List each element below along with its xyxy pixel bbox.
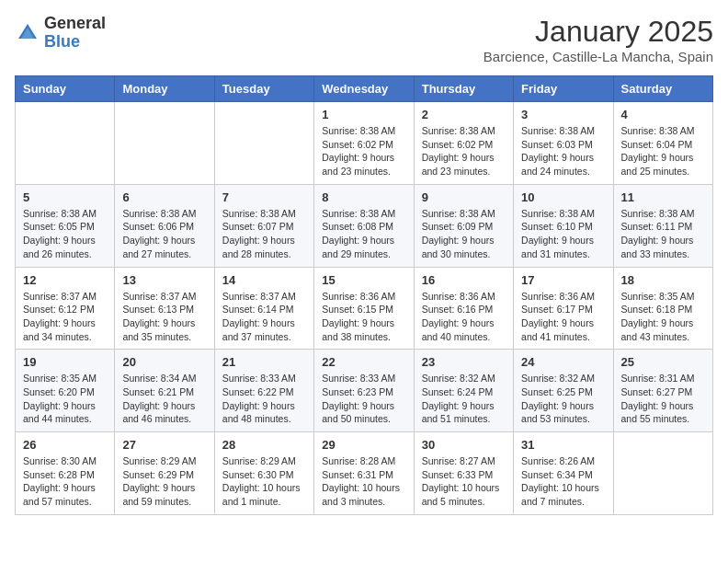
day-detail: Sunrise: 8:37 AMSunset: 6:13 PMDaylight:… — [122, 290, 206, 344]
calendar-cell: 24Sunrise: 8:32 AMSunset: 6:25 PMDayligh… — [514, 350, 613, 432]
day-number: 13 — [122, 273, 206, 287]
logo: General Blue — [15, 15, 106, 52]
weekday-sunday: Sunday — [16, 76, 115, 102]
calendar-cell: 8Sunrise: 8:38 AMSunset: 6:08 PMDaylight… — [314, 184, 414, 267]
day-number: 20 — [122, 355, 206, 369]
weekday-header-row: SundayMondayTuesdayWednesdayThursdayFrid… — [16, 76, 713, 102]
day-number: 1 — [322, 108, 405, 121]
calendar-cell — [115, 102, 214, 185]
calendar-cell: 26Sunrise: 8:30 AMSunset: 6:28 PMDayligh… — [16, 432, 115, 515]
calendar-cell: 30Sunrise: 8:27 AMSunset: 6:33 PMDayligh… — [414, 432, 513, 515]
day-detail: Sunrise: 8:38 AMSunset: 6:06 PMDaylight:… — [122, 207, 206, 261]
calendar-cell: 3Sunrise: 8:38 AMSunset: 6:03 PMDaylight… — [514, 102, 613, 185]
day-number: 19 — [23, 355, 107, 369]
calendar-cell: 21Sunrise: 8:33 AMSunset: 6:22 PMDayligh… — [214, 350, 313, 432]
calendar-cell: 12Sunrise: 8:37 AMSunset: 6:12 PMDayligh… — [16, 267, 115, 350]
day-number: 21 — [222, 355, 306, 369]
day-number: 29 — [322, 438, 405, 452]
calendar-cell: 18Sunrise: 8:35 AMSunset: 6:18 PMDayligh… — [613, 267, 712, 350]
calendar-cell: 10Sunrise: 8:38 AMSunset: 6:10 PMDayligh… — [514, 184, 613, 267]
calendar-cell: 17Sunrise: 8:36 AMSunset: 6:17 PMDayligh… — [514, 267, 613, 350]
weekday-thursday: Thursday — [414, 76, 513, 102]
calendar-body: 1Sunrise: 8:38 AMSunset: 6:02 PMDaylight… — [16, 102, 713, 515]
day-detail: Sunrise: 8:37 AMSunset: 6:12 PMDaylight:… — [23, 290, 107, 344]
calendar-week-2: 5Sunrise: 8:38 AMSunset: 6:05 PMDaylight… — [16, 184, 713, 267]
calendar-cell: 25Sunrise: 8:31 AMSunset: 6:27 PMDayligh… — [613, 350, 712, 432]
calendar-cell: 2Sunrise: 8:38 AMSunset: 6:02 PMDaylight… — [414, 102, 513, 185]
day-detail: Sunrise: 8:29 AMSunset: 6:29 PMDaylight:… — [122, 454, 206, 509]
logo-blue: Blue — [44, 32, 80, 51]
day-detail: Sunrise: 8:27 AMSunset: 6:33 PMDaylight:… — [422, 454, 506, 509]
location-title: Barcience, Castille-La Mancha, Spain — [483, 49, 713, 64]
day-detail: Sunrise: 8:31 AMSunset: 6:27 PMDaylight:… — [621, 372, 705, 426]
calendar-cell: 28Sunrise: 8:29 AMSunset: 6:30 PMDayligh… — [214, 432, 313, 515]
day-detail: Sunrise: 8:29 AMSunset: 6:30 PMDaylight:… — [222, 454, 306, 509]
day-number: 31 — [521, 438, 605, 452]
day-detail: Sunrise: 8:37 AMSunset: 6:14 PMDaylight:… — [222, 290, 306, 344]
day-detail: Sunrise: 8:36 AMSunset: 6:17 PMDaylight:… — [521, 290, 605, 344]
day-detail: Sunrise: 8:38 AMSunset: 6:11 PMDaylight:… — [621, 207, 705, 261]
day-detail: Sunrise: 8:28 AMSunset: 6:31 PMDaylight:… — [322, 454, 405, 509]
day-number: 3 — [521, 108, 605, 121]
day-detail: Sunrise: 8:38 AMSunset: 6:10 PMDaylight:… — [521, 207, 605, 261]
day-detail: Sunrise: 8:32 AMSunset: 6:25 PMDaylight:… — [521, 372, 605, 426]
calendar-cell: 14Sunrise: 8:37 AMSunset: 6:14 PMDayligh… — [214, 267, 313, 350]
day-number: 9 — [422, 190, 506, 204]
day-number: 11 — [621, 190, 705, 204]
day-detail: Sunrise: 8:34 AMSunset: 6:21 PMDaylight:… — [122, 372, 206, 426]
calendar-week-4: 19Sunrise: 8:35 AMSunset: 6:20 PMDayligh… — [16, 350, 713, 432]
calendar-week-5: 26Sunrise: 8:30 AMSunset: 6:28 PMDayligh… — [16, 432, 713, 515]
day-detail: Sunrise: 8:36 AMSunset: 6:16 PMDaylight:… — [422, 290, 506, 344]
calendar-cell: 11Sunrise: 8:38 AMSunset: 6:11 PMDayligh… — [613, 184, 712, 267]
calendar-cell: 1Sunrise: 8:38 AMSunset: 6:02 PMDaylight… — [314, 102, 414, 185]
day-number: 22 — [322, 355, 405, 369]
day-detail: Sunrise: 8:30 AMSunset: 6:28 PMDaylight:… — [23, 454, 107, 509]
day-detail: Sunrise: 8:35 AMSunset: 6:20 PMDaylight:… — [23, 372, 107, 426]
day-number: 30 — [422, 438, 506, 452]
calendar-cell: 20Sunrise: 8:34 AMSunset: 6:21 PMDayligh… — [115, 350, 214, 432]
day-detail: Sunrise: 8:38 AMSunset: 6:03 PMDaylight:… — [521, 124, 605, 178]
weekday-monday: Monday — [115, 76, 214, 102]
month-title: January 2025 — [483, 15, 713, 49]
page-header: General Blue January 2025 Barcience, Cas… — [15, 15, 713, 64]
day-number: 15 — [322, 273, 405, 287]
day-number: 27 — [122, 438, 206, 452]
day-detail: Sunrise: 8:36 AMSunset: 6:15 PMDaylight:… — [322, 290, 405, 344]
day-detail: Sunrise: 8:33 AMSunset: 6:22 PMDaylight:… — [222, 372, 306, 426]
day-detail: Sunrise: 8:33 AMSunset: 6:23 PMDaylight:… — [322, 372, 405, 426]
weekday-wednesday: Wednesday — [314, 76, 414, 102]
day-number: 5 — [23, 190, 107, 204]
day-detail: Sunrise: 8:35 AMSunset: 6:18 PMDaylight:… — [621, 290, 705, 344]
day-number: 8 — [322, 190, 405, 204]
calendar-cell — [613, 432, 712, 515]
day-number: 25 — [621, 355, 705, 369]
calendar-cell: 5Sunrise: 8:38 AMSunset: 6:05 PMDaylight… — [16, 184, 115, 267]
calendar-cell: 6Sunrise: 8:38 AMSunset: 6:06 PMDaylight… — [115, 184, 214, 267]
day-detail: Sunrise: 8:38 AMSunset: 6:02 PMDaylight:… — [422, 124, 506, 178]
day-number: 10 — [521, 190, 605, 204]
day-number: 16 — [422, 273, 506, 287]
day-number: 6 — [122, 190, 206, 204]
calendar-cell: 27Sunrise: 8:29 AMSunset: 6:29 PMDayligh… — [115, 432, 214, 515]
day-number: 4 — [621, 108, 705, 121]
calendar-cell: 19Sunrise: 8:35 AMSunset: 6:20 PMDayligh… — [16, 350, 115, 432]
calendar-cell: 31Sunrise: 8:26 AMSunset: 6:34 PMDayligh… — [514, 432, 613, 515]
calendar-cell: 16Sunrise: 8:36 AMSunset: 6:16 PMDayligh… — [414, 267, 513, 350]
day-number: 26 — [23, 438, 107, 452]
calendar-cell: 9Sunrise: 8:38 AMSunset: 6:09 PMDaylight… — [414, 184, 513, 267]
day-number: 23 — [422, 355, 506, 369]
day-detail: Sunrise: 8:32 AMSunset: 6:24 PMDaylight:… — [422, 372, 506, 426]
calendar-cell: 13Sunrise: 8:37 AMSunset: 6:13 PMDayligh… — [115, 267, 214, 350]
calendar-week-3: 12Sunrise: 8:37 AMSunset: 6:12 PMDayligh… — [16, 267, 713, 350]
calendar-cell: 7Sunrise: 8:38 AMSunset: 6:07 PMDaylight… — [214, 184, 313, 267]
day-number: 2 — [422, 108, 506, 121]
day-detail: Sunrise: 8:38 AMSunset: 6:08 PMDaylight:… — [322, 207, 405, 261]
day-number: 24 — [521, 355, 605, 369]
weekday-tuesday: Tuesday — [214, 76, 313, 102]
calendar-week-1: 1Sunrise: 8:38 AMSunset: 6:02 PMDaylight… — [16, 102, 713, 185]
day-number: 12 — [23, 273, 107, 287]
day-number: 28 — [222, 438, 306, 452]
calendar-table: SundayMondayTuesdayWednesdayThursdayFrid… — [15, 75, 713, 515]
day-number: 17 — [521, 273, 605, 287]
calendar-cell: 4Sunrise: 8:38 AMSunset: 6:04 PMDaylight… — [613, 102, 712, 185]
